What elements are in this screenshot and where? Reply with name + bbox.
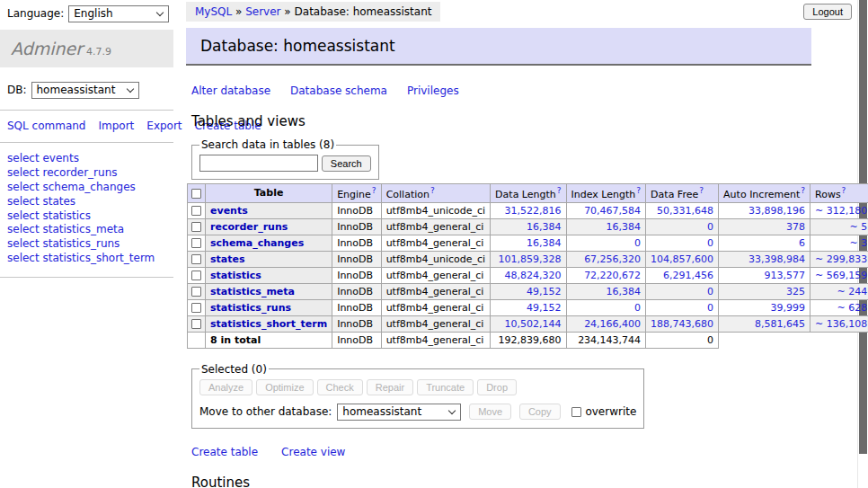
drop-button[interactable]: Drop (477, 379, 517, 395)
analyze-button[interactable]: Analyze (199, 379, 252, 395)
index-length-link[interactable]: 16,384 (607, 286, 642, 297)
auto-increment-link[interactable]: 8,581,645 (755, 318, 805, 330)
rows-link[interactable]: ~ 299,833 (815, 253, 867, 265)
breadcrumb-link-mysql[interactable]: MySQL (195, 5, 232, 18)
auto-increment-link[interactable]: 325 (786, 286, 805, 297)
sidebar-link-select-statistics-runs[interactable]: select statistics_runs (7, 237, 166, 252)
sidebar-action-sql-command[interactable]: SQL command (7, 120, 85, 132)
link-database-schema[interactable]: Database schema (290, 84, 387, 97)
help-link[interactable]: ? (636, 186, 641, 195)
table-link-recorder-runs[interactable]: recorder_runs (210, 221, 288, 233)
table-name-cell: statistics (206, 267, 332, 283)
link-privileges[interactable]: Privileges (407, 84, 459, 97)
sidebar-link-select-states[interactable]: select states (7, 195, 166, 209)
data-length-link[interactable]: 49,152 (527, 286, 562, 297)
auto-increment-link[interactable]: 378 (786, 221, 805, 233)
help-link[interactable]: ? (372, 186, 376, 195)
breadcrumb-link-server[interactable]: Server (245, 5, 280, 18)
data-length-link[interactable]: 10,502,144 (505, 318, 562, 330)
engine-cell: InnoDB (332, 202, 381, 218)
index-length-link[interactable]: 67,256,320 (584, 253, 641, 265)
rows-link[interactable]: ~ 136,108 (815, 318, 867, 330)
row-checkbox[interactable] (191, 254, 201, 264)
data-length-link[interactable]: 101,859,328 (499, 253, 562, 265)
index-length-link[interactable]: 72,220,672 (584, 270, 641, 281)
select-all-checkbox[interactable] (191, 189, 201, 199)
check-button[interactable]: Check (317, 379, 363, 395)
data-free-link[interactable]: 0 (707, 302, 713, 314)
rows-link[interactable]: ~ 312,180 (815, 205, 867, 217)
sidebar-link-select-events[interactable]: select events (7, 152, 166, 166)
optimize-button[interactable]: Optimize (256, 379, 313, 395)
data-length-link[interactable]: 16,384 (527, 221, 562, 233)
table-link-statistics[interactable]: statistics (210, 270, 261, 281)
language-select[interactable]: English (68, 5, 169, 22)
link-create-view[interactable]: Create view (281, 446, 345, 458)
sidebar-action-import[interactable]: Import (98, 120, 134, 132)
rows-link[interactable]: ~ 3 (849, 237, 867, 249)
data-free-link[interactable]: 50,331,648 (657, 205, 713, 217)
truncate-button[interactable]: Truncate (417, 379, 474, 395)
help-link[interactable]: ? (842, 186, 846, 195)
auto-increment-link[interactable]: 6 (799, 237, 805, 249)
search-input[interactable] (199, 155, 318, 172)
data-length-link[interactable]: 16,384 (527, 237, 562, 249)
rows-link[interactable]: ~ 569,159 (815, 270, 867, 281)
repair-button[interactable]: Repair (367, 379, 413, 395)
auto-increment-link[interactable]: 913,577 (765, 270, 806, 281)
rows-link[interactable]: ~ 628 (837, 302, 867, 314)
data-free-link[interactable]: 0 (707, 221, 713, 233)
row-checkbox[interactable] (191, 206, 201, 216)
index-length-link[interactable]: 16,384 (607, 221, 642, 233)
row-checkbox[interactable] (191, 271, 201, 280)
table-link-statistics-runs[interactable]: statistics_runs (210, 302, 291, 314)
help-link[interactable]: ? (801, 186, 805, 195)
overwrite-checkbox[interactable] (571, 407, 581, 417)
data-free-link[interactable]: 0 (707, 237, 713, 249)
index-length-link[interactable]: 70,467,584 (584, 205, 641, 217)
index-length-link[interactable]: 0 (634, 237, 641, 249)
sidebar-action-export[interactable]: Export (146, 120, 182, 132)
data-length-link[interactable]: 49,152 (527, 302, 562, 314)
sidebar-link-select-recorder-runs[interactable]: select recorder_runs (7, 166, 166, 181)
table-link-statistics-meta[interactable]: statistics_meta (210, 286, 295, 297)
search-button[interactable]: Search (322, 155, 371, 172)
link-alter-database[interactable]: Alter database (191, 84, 270, 97)
data-length-link[interactable]: 31,522,816 (505, 205, 562, 217)
index-length-link[interactable]: 24,166,400 (584, 318, 641, 330)
row-checkbox[interactable] (191, 238, 201, 248)
data-free-link[interactable]: 0 (707, 286, 713, 297)
data-free-link[interactable]: 188,743,680 (651, 318, 713, 330)
link-create-table[interactable]: Create table (191, 446, 258, 458)
table-link-statistics-short-term[interactable]: statistics_short_term (210, 318, 327, 330)
auto-increment-cell: 8,581,645 (719, 315, 810, 332)
data-free-link[interactable]: 104,857,600 (651, 253, 713, 265)
table-link-schema-changes[interactable]: schema_changes (210, 237, 304, 249)
row-checkbox[interactable] (191, 287, 201, 297)
move-db-select[interactable]: homeassistant (337, 404, 461, 421)
sidebar-link-select-statistics[interactable]: select statistics (7, 209, 166, 224)
row-checkbox[interactable] (191, 222, 201, 232)
auto-increment-link[interactable]: 33,398,984 (748, 253, 805, 265)
copy-button[interactable]: Copy (519, 404, 561, 420)
help-link[interactable]: ? (430, 186, 435, 195)
auto-increment-link[interactable]: 39,999 (771, 302, 806, 314)
auto-increment-link[interactable]: 33,898,196 (748, 205, 805, 217)
db-select[interactable]: homeassistant (31, 82, 139, 99)
help-link[interactable]: ? (699, 186, 704, 195)
data-free-link[interactable]: 6,291,456 (663, 270, 713, 281)
help-link[interactable]: ? (557, 186, 562, 195)
sidebar-link-select-statistics-meta[interactable]: select statistics_meta (7, 223, 166, 237)
sidebar-link-select-statistics-short-term[interactable]: select statistics_short_term (7, 252, 166, 266)
sidebar-link-select-schema-changes[interactable]: select schema_changes (7, 181, 166, 195)
rows-link[interactable]: ~ 5 (849, 221, 867, 233)
row-checkbox[interactable] (191, 319, 201, 329)
data-length-cell: 16,384 (491, 218, 566, 235)
table-link-events[interactable]: events (210, 205, 248, 217)
table-link-states[interactable]: states (210, 253, 245, 265)
rows-link[interactable]: ~ 244 (837, 286, 867, 297)
move-button[interactable]: Move (469, 404, 511, 420)
row-checkbox[interactable] (191, 303, 201, 313)
index-length-link[interactable]: 0 (634, 302, 641, 314)
data-length-link[interactable]: 48,824,320 (505, 270, 562, 281)
